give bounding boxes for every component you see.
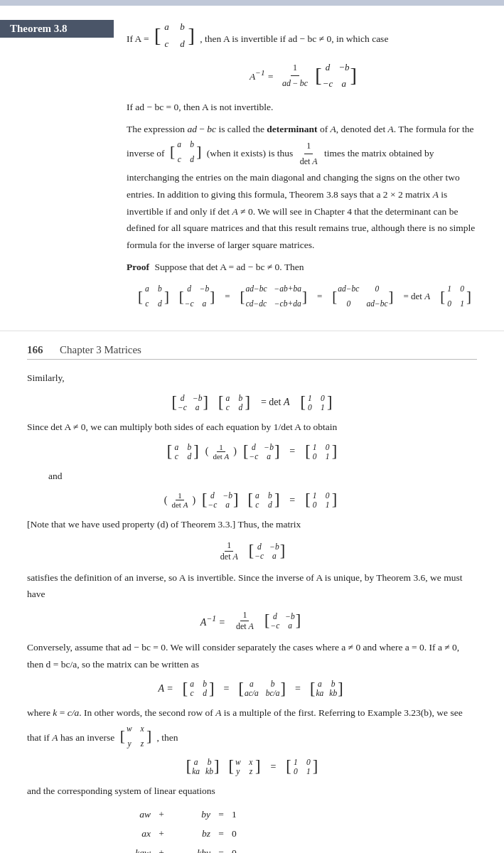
- non-invertible-text: If ad − bc = 0, then A is not invertible…: [127, 99, 483, 116]
- where-k-text: where k = c/a. In other words, the secon…: [27, 704, 477, 751]
- and-matrix-eq: ( 1 det A ) [ d −b −c a ] [ a b c d: [27, 491, 477, 509]
- chapter-number: 166: [27, 344, 53, 356]
- system-of-equations: aw + by = 1 ax + bz = 0 kaw + kby = 0 ka…: [112, 805, 477, 853]
- det-para: The expression ad − bc is called the det…: [127, 121, 483, 254]
- matrix-A-grid: a b c d: [161, 18, 187, 53]
- a12: b: [177, 18, 187, 35]
- inv-label: A−1 =: [250, 66, 274, 85]
- a-inv-final: A−1 = 1 det A [ d −b −c a ]: [27, 610, 477, 632]
- frac-den: ad − bc: [280, 76, 310, 90]
- bracket-left: [: [154, 26, 161, 45]
- if-a-equals: If A =: [127, 33, 149, 44]
- chapter-header: 166 Chapter 3 Matrices: [27, 344, 477, 360]
- a22: d: [177, 36, 187, 52]
- note-text: [Note that we have used property (d) of …: [27, 516, 477, 533]
- proof-label: Proof: [127, 262, 149, 272]
- theorem-intro-line: If A = [ a b c d ] , then A is invertibl…: [127, 18, 483, 53]
- satisfies-text: satisfies the definition of an inverse, …: [27, 569, 477, 603]
- similarly-matrix-eq: [ d −b −c a ] [ a b c d ] = det A [ 1: [27, 394, 477, 412]
- inverse-formula-block: A−1 = 1 ad − bc [ d −b −c a ]: [127, 60, 483, 92]
- proof-para: Proof Suppose that det A = ad − bc ≠ 0. …: [127, 259, 483, 276]
- inverse-matrix: [ d −b −c a ]: [314, 60, 358, 92]
- similarly-text: Similarly,: [27, 370, 477, 387]
- chapter-title: Chapter 3 Matrices: [60, 344, 141, 356]
- theorem-content: If A = [ a b c d ] , then A is invertibl…: [127, 18, 483, 318]
- conversely-text: Conversely, assume that ad − bc = 0. We …: [27, 639, 477, 672]
- theorem-section: Theorem 3.8 If A = [ a b c d ] , then A …: [0, 6, 504, 331]
- thus-matrix: 1 det A [ d −b −c a ]: [27, 540, 477, 562]
- inv-matrix-grid: d −b −c a: [323, 60, 350, 92]
- frac-num: 1: [291, 60, 299, 75]
- a21: c: [161, 36, 171, 52]
- chapter-section: 166 Chapter 3 Matrices Similarly, [ d −b…: [0, 331, 504, 853]
- since-matrix-eq: [ a b c d ] ( 1 det A ) [ d −b −c a: [27, 443, 477, 461]
- and-label: and: [48, 468, 477, 485]
- theorem-label: Theorem 3.8: [0, 20, 114, 38]
- det-frac-inline: 1 det A: [298, 139, 320, 169]
- inverse-product-eq: [ a b ka kb ] [ w x y z ] = [ 1 0: [27, 758, 477, 776]
- and-sys-text: and the corresponding system of linear e…: [27, 783, 477, 800]
- then-text: , then A is invertible if ad − bc ≠ 0, i…: [200, 33, 388, 44]
- sys-row-1: aw + by = 1: [112, 805, 237, 824]
- since-text: Since det A ≠ 0, we can multiply both si…: [27, 419, 477, 436]
- matrix-A-display: [ a b c d ]: [154, 18, 195, 53]
- bracket-right: ]: [188, 26, 194, 45]
- a-equals-matrices: A = [ a b c d ] = [ a b ac/a bc/a ] = [: [27, 680, 477, 697]
- small-matrix-A: [ a b c d ]: [169, 137, 202, 166]
- frac-block: 1 ad − bc: [280, 60, 310, 90]
- sys-row-2: ax + bz = 0: [112, 824, 237, 843]
- proof-matrix-eq: [ a b c d ] [ d −b −c a ] =: [127, 282, 483, 311]
- sys-row-3: kaw + kby = 0: [112, 843, 237, 853]
- a11: a: [161, 18, 171, 35]
- proof-text: Suppose that det A = ad − bc ≠ 0. Then: [154, 262, 304, 272]
